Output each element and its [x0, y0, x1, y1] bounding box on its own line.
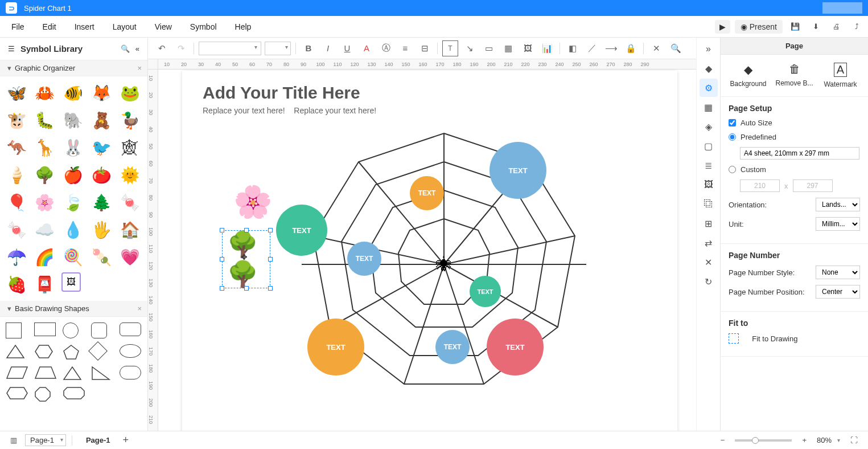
section-graphic-organizer[interactable]: ▾ Graphic Organizer × [0, 60, 147, 76]
symbol-fox[interactable]: 🦊 [89, 81, 113, 105]
symbol-caterpillar[interactable]: 🐛 [33, 108, 57, 132]
symbol-flower[interactable]: 🌸 [33, 190, 57, 214]
symbol-tomato[interactable]: 🍅 [89, 163, 113, 187]
symbol-cloud[interactable]: ☁️ [33, 218, 57, 242]
shuffle-icon[interactable]: ✕ [700, 253, 718, 271]
close-icon[interactable]: × [137, 304, 142, 313]
shape-trapezoid[interactable] [34, 366, 57, 381]
shape-parallelogram[interactable] [6, 366, 28, 381]
text-tool[interactable]: T [442, 40, 458, 56]
gallery-icon[interactable]: 🖼 [700, 175, 718, 194]
symbol-kangaroo[interactable]: 🦘 [5, 136, 28, 160]
symbol-strawberry[interactable]: 🍓 [5, 272, 28, 296]
shape-ellipse[interactable] [120, 344, 141, 358]
bubble-orange-1[interactable]: TEXT [410, 176, 444, 210]
align-icon[interactable]: ⇄ [700, 234, 718, 252]
menu-insert[interactable]: Insert [67, 19, 102, 35]
layers-icon[interactable]: ◈ [700, 117, 718, 136]
font-color-button[interactable]: A [359, 40, 375, 56]
zoom-in-button[interactable]: + [797, 435, 811, 446]
table-button[interactable]: ▦ [500, 40, 516, 56]
remove-background-button[interactable]: 🗑Remove B... [772, 63, 817, 88]
menu-file[interactable]: File [3, 19, 32, 35]
custom-width-input[interactable] [740, 179, 780, 192]
shape-circle[interactable] [63, 323, 79, 338]
shape-triangle2[interactable] [63, 366, 85, 381]
section-basic-shapes[interactable]: ▾ Basic Drawing Shapes × [0, 301, 147, 317]
shape-diamond[interactable] [88, 341, 108, 361]
pn-style-select[interactable]: None [816, 266, 860, 279]
symbol-picture[interactable]: 🖼 [61, 272, 81, 292]
bubble-orange-2[interactable]: TEXT [307, 319, 364, 375]
symbol-apple[interactable]: 🍎 [61, 163, 85, 187]
redo-button[interactable]: ↷ [173, 40, 189, 56]
symbol-elephant[interactable]: 🐘 [61, 108, 85, 132]
expand-right-icon[interactable]: » [700, 40, 718, 58]
connector-button[interactable]: ↘ [462, 40, 478, 56]
symbol-fish[interactable]: 🐠 [61, 81, 85, 105]
settings-button[interactable]: ✕ [648, 40, 664, 56]
font-family-select[interactable] [199, 42, 261, 55]
bubble-blue-3[interactable]: TEXT [435, 330, 470, 364]
present-button[interactable]: ◉ Present [735, 20, 783, 34]
symbol-rabbit[interactable]: 🐰 [61, 136, 85, 160]
symbol-umbrella[interactable]: ☂️ [5, 245, 28, 269]
shape-rounded-square[interactable] [91, 323, 107, 338]
pn-position-select[interactable]: Center [816, 285, 860, 299]
align-button[interactable]: ≡ [397, 40, 413, 56]
symbol-lollipop[interactable]: 🍭 [61, 245, 85, 269]
lock-button[interactable]: 🔒 [623, 40, 639, 56]
menu-symbol[interactable]: Symbol [182, 19, 225, 35]
predefined-radio[interactable] [729, 133, 736, 141]
symbol-giraffe[interactable]: 🦒 [33, 136, 57, 160]
symbol-bear[interactable]: 🧸 [89, 108, 113, 132]
shape-hex2[interactable] [6, 386, 28, 402]
bubble-teal-1[interactable]: TEXT [276, 205, 327, 256]
collapse-left-icon[interactable]: « [135, 44, 139, 53]
page-selector[interactable]: Page-1 [25, 434, 66, 446]
apps-icon[interactable]: ▦ [700, 98, 718, 116]
canvas[interactable]: 1020304050607080901001101201301401501601… [148, 59, 696, 431]
print-icon[interactable]: 🖨 [828, 19, 844, 35]
bubble-blue-1[interactable]: TEXT [489, 142, 546, 199]
highlight-button[interactable]: Ⓐ [378, 40, 394, 56]
slideshow-button[interactable]: ▶ [715, 20, 730, 34]
symbol-crab[interactable]: 🦀 [33, 81, 57, 105]
fullscreen-button[interactable]: ⛶ [846, 435, 862, 446]
bubble-red-1[interactable]: TEXT [487, 319, 544, 375]
shape-right-triangle[interactable] [91, 366, 114, 381]
symbol-leaf[interactable]: 🍃 [61, 190, 85, 214]
italic-button[interactable]: I [320, 40, 336, 56]
snap-icon[interactable]: ⊞ [700, 214, 718, 232]
zoom-dropdown-icon[interactable]: ▾ [837, 437, 840, 443]
menu-layout[interactable]: Layout [105, 19, 145, 35]
data-icon[interactable]: ≣ [700, 156, 718, 174]
shape-pentagon[interactable] [63, 344, 85, 360]
shape-oct2[interactable] [63, 386, 85, 402]
font-size-select[interactable] [265, 42, 291, 55]
selection-box[interactable]: 🌳🌳 ✥ [222, 230, 270, 288]
shape-triangle[interactable] [6, 344, 28, 360]
shape-square[interactable] [6, 323, 22, 338]
symbol-spiderweb[interactable]: 🕸 [118, 136, 142, 160]
custom-radio[interactable] [729, 166, 736, 173]
share-icon[interactable]: ⤴ [849, 19, 865, 35]
symbol-frog[interactable]: 🐸 [118, 81, 142, 105]
symbol-heart[interactable]: 💗 [118, 245, 142, 269]
symbol-drop[interactable]: 💧 [61, 218, 85, 242]
undo-button[interactable]: ↶ [154, 40, 170, 56]
fit-drawing-button[interactable]: Fit to Drawing [752, 334, 797, 343]
symbol-butterfly[interactable]: 🦋 [5, 81, 28, 105]
underline-button[interactable]: U [339, 40, 355, 56]
page-subtitle[interactable]: Replace your text here! Replace your tex… [203, 106, 376, 115]
history-icon[interactable]: ↻ [700, 272, 718, 291]
pages-icon[interactable]: ▥ [6, 435, 22, 446]
fill-button[interactable]: ◧ [565, 40, 581, 56]
line-button[interactable]: ／ [584, 40, 600, 56]
symbol-hand[interactable]: 🖐 [89, 218, 113, 242]
symbol-duck[interactable]: 🦆 [118, 108, 142, 132]
zoom-out-button[interactable]: − [716, 435, 730, 446]
add-page-button[interactable]: + [118, 433, 134, 447]
predefined-size-select[interactable] [740, 147, 859, 160]
arrow-style-button[interactable]: ⟶ [603, 40, 619, 56]
